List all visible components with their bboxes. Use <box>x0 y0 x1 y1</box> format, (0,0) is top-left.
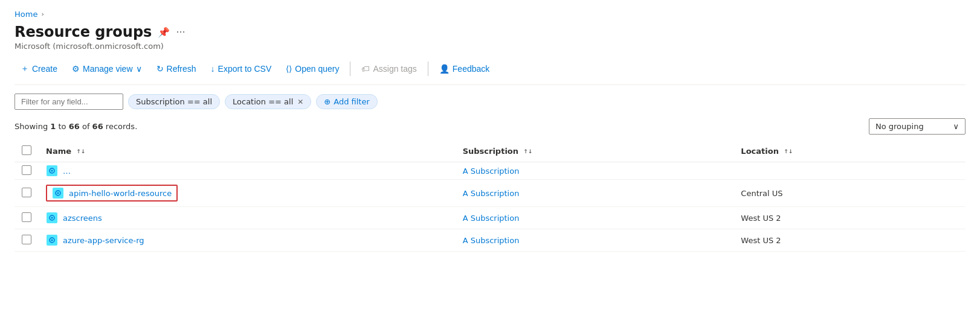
page-header: Resource groups 📌 ··· Microsoft (microso… <box>15 24 965 51</box>
filter-input[interactable] <box>15 94 123 110</box>
toolbar-divider-1 <box>350 62 350 76</box>
chevron-down-icon: ∨ <box>953 122 959 131</box>
add-filter-button[interactable]: ⊕ Add filter <box>316 94 377 109</box>
row-checkbox-2[interactable] <box>22 212 31 222</box>
resource-group-icon <box>46 165 58 177</box>
subscription-link-2[interactable]: A Subscription <box>463 214 520 223</box>
export-csv-button[interactable]: ↓ Export to CSV <box>205 61 278 77</box>
subscription-link-1[interactable]: A Subscription <box>463 189 520 198</box>
open-query-button[interactable]: ⟨⟩ Open query <box>280 61 345 77</box>
create-button[interactable]: ＋ Create <box>15 60 63 77</box>
svg-point-2 <box>51 170 53 172</box>
subscription-sort-icon[interactable]: ↑↓ <box>524 149 533 154</box>
filter-bar: Subscription == all Location == all ✕ ⊕ … <box>15 94 965 110</box>
page-subtitle: Microsoft (microsoft.onmicrosoft.com) <box>15 42 965 51</box>
svg-point-5 <box>57 192 59 194</box>
records-row: Showing 1 to 66 of 66 records. No groupi… <box>15 118 965 135</box>
select-all-checkbox[interactable] <box>22 145 31 155</box>
row-checkbox-3[interactable] <box>22 235 31 244</box>
more-options-icon[interactable]: ··· <box>176 27 185 38</box>
location-sort-icon[interactable]: ↑↓ <box>784 149 793 154</box>
table-row: azure-app-service-rg A Subscription West… <box>15 229 965 252</box>
assign-tags-button[interactable]: 🏷 Assign tags <box>355 61 422 77</box>
row-checkbox-1[interactable] <box>22 188 31 197</box>
svg-point-11 <box>51 240 53 241</box>
subscription-filter-pill[interactable]: Subscription == all <box>128 94 220 109</box>
resource-link-3[interactable]: azure-app-service-rg <box>63 236 144 245</box>
chevron-down-icon: ∨ <box>136 64 142 74</box>
download-icon: ↓ <box>211 64 215 74</box>
resource-groups-table: Name ↑↓ Subscription ↑↓ Location ↑↓ <box>15 141 965 252</box>
feedback-icon: 👤 <box>439 64 450 74</box>
table-header-row: Name ↑↓ Subscription ↑↓ Location ↑↓ <box>15 141 965 162</box>
location-filter-close-icon[interactable]: ✕ <box>297 98 303 106</box>
add-filter-icon: ⊕ <box>324 97 330 106</box>
query-icon: ⟨⟩ <box>286 64 292 74</box>
name-sort-icon[interactable]: ↑↓ <box>77 149 86 154</box>
table-row: apim-hello-world-resource A Subscription… <box>15 180 965 207</box>
tag-icon: 🏷 <box>361 64 370 74</box>
header-subscription[interactable]: Subscription ↑↓ <box>456 141 734 162</box>
page-title: Resource groups <box>15 24 152 40</box>
resource-link-2[interactable]: azscreens <box>63 214 102 223</box>
feedback-button[interactable]: 👤 Feedback <box>433 61 495 77</box>
table-row-partial: … A Subscription <box>15 162 965 180</box>
resource-group-icon-2 <box>46 212 58 224</box>
grouping-dropdown[interactable]: No grouping ∨ <box>869 118 965 135</box>
svg-point-8 <box>51 217 53 219</box>
location-2: West US 2 <box>733 207 965 229</box>
resource-group-icon-3 <box>46 234 58 246</box>
location-1: Central US <box>733 180 965 207</box>
resource-link-partial[interactable]: … <box>63 167 71 176</box>
header-name[interactable]: Name ↑↓ <box>39 141 456 162</box>
resource-group-icon-1 <box>52 187 64 199</box>
refresh-button[interactable]: ↻ Refresh <box>150 61 202 77</box>
row-checkbox[interactable] <box>22 165 31 175</box>
manage-view-button[interactable]: ⚙ Manage view ∨ <box>66 61 148 77</box>
breadcrumb-separator: › <box>41 10 44 18</box>
pin-icon[interactable]: 📌 <box>158 27 170 38</box>
header-location[interactable]: Location ↑↓ <box>733 141 965 162</box>
toolbar: ＋ Create ⚙ Manage view ∨ ↻ Refresh ↓ Exp… <box>15 60 965 85</box>
header-checkbox-col <box>15 141 39 162</box>
plus-icon: ＋ <box>21 63 29 74</box>
subscription-link-partial[interactable]: A Subscription <box>463 167 520 176</box>
refresh-icon: ↻ <box>156 64 164 74</box>
subscription-link-3[interactable]: A Subscription <box>463 236 520 245</box>
gear-icon: ⚙ <box>72 64 80 74</box>
records-count: Showing 1 to 66 of 66 records. <box>15 122 137 131</box>
location-filter-pill[interactable]: Location == all ✕ <box>225 94 311 109</box>
location-3: West US 2 <box>733 229 965 252</box>
resource-link-1[interactable]: apim-hello-world-resource <box>69 189 172 198</box>
breadcrumb: Home › <box>15 10 965 19</box>
breadcrumb-home[interactable]: Home <box>15 10 37 19</box>
toolbar-divider-2 <box>428 62 428 76</box>
table-row: azscreens A Subscription West US 2 <box>15 207 965 229</box>
